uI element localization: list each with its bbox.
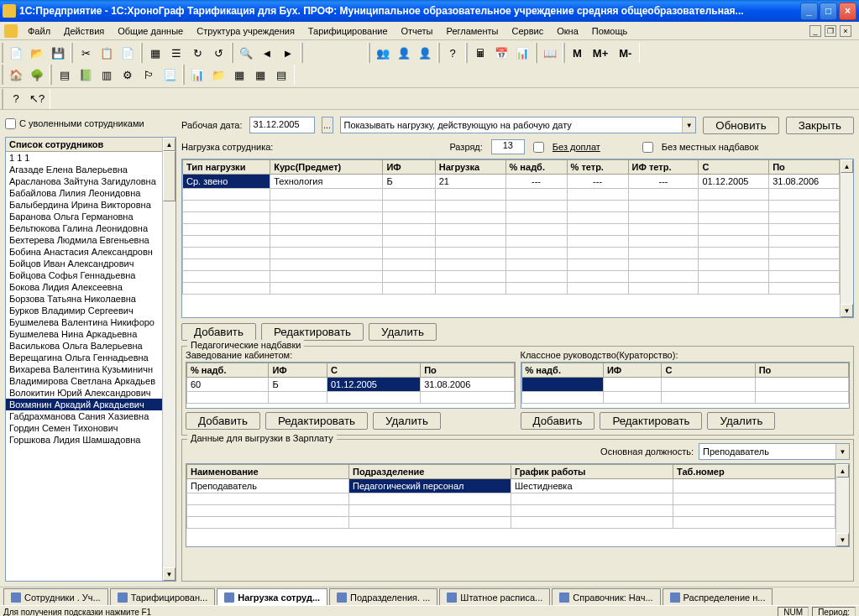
menu-windows[interactable]: Окна [550, 24, 585, 38]
menu-service[interactable]: Сервис [505, 24, 551, 38]
tab-departments[interactable]: Подразделения. ... [329, 588, 437, 605]
ped-edit-button[interactable]: Редактировать [265, 412, 368, 430]
month-m[interactable]: M [568, 44, 586, 62]
find-next-icon[interactable]: ► [279, 44, 297, 62]
mdi-restore[interactable]: ❐ [825, 25, 836, 37]
export-scroll-down[interactable]: ▼ [836, 533, 849, 546]
employee-item[interactable]: Вихарева Валентина Кузьминичн [6, 363, 162, 375]
classroom-grid[interactable]: % надб. ИФ С По [521, 362, 851, 409]
context-help-icon[interactable]: ↖? [28, 90, 46, 108]
book2-icon[interactable]: 📗 [76, 65, 95, 84]
employee-item[interactable]: Владимирова Светлана Аркадьев [6, 375, 162, 387]
maximize-button[interactable]: □ [820, 3, 837, 20]
scroll-up[interactable]: ▲ [163, 138, 175, 151]
form-icon[interactable]: ▤ [55, 65, 74, 84]
workload-grid[interactable]: Тип нагрузки Курс(Предмет) ИФ Нагрузка %… [181, 159, 854, 318]
tab-employees[interactable]: Сотрудники . Уч... [3, 588, 108, 605]
scroll-thumb[interactable] [163, 151, 175, 201]
employee-item[interactable]: Агазаде Елена Валерьевна [6, 164, 162, 175]
chevron-down-icon[interactable]: ▼ [682, 117, 695, 133]
new-icon[interactable]: 📄 [7, 44, 25, 62]
klass-edit-button[interactable]: Редактировать [600, 412, 702, 430]
mainpos-combo[interactable]: Преподаватель ▼ [699, 443, 850, 460]
cut-icon[interactable]: ✂ [76, 44, 95, 62]
tab-distribution[interactable]: Распределение н... [663, 588, 773, 605]
delete-button[interactable]: Удалить [369, 323, 437, 341]
mdi-minimize[interactable]: _ [809, 25, 821, 37]
employee-item[interactable]: Бурков Владимир Сергеевич [6, 305, 162, 316]
tool-icon[interactable]: ☰ [167, 44, 186, 62]
grid-row[interactable]: Ср. звено Технология Б 21 --- --- --- 01… [183, 175, 840, 189]
employee-item[interactable]: Арасланова Зайтуна Загидуловна [6, 175, 162, 187]
tab-staffing[interactable]: Штатное расписа... [439, 588, 550, 605]
workdate-picker[interactable]: ... [322, 117, 333, 133]
menu-reports[interactable]: Отчеты [395, 24, 440, 38]
employee-item[interactable]: Горшкова Лидия Шамшадовна [6, 434, 162, 446]
menu-file[interactable]: Файл [21, 24, 57, 38]
minimize-button[interactable]: _ [800, 3, 818, 20]
tab-workload[interactable]: Нагрузка сотруд... [217, 588, 327, 605]
employee-item[interactable]: Волокитин Юрий Александрович [6, 387, 162, 399]
employee-item[interactable]: Бабайлова Лилия Леонидовна [6, 187, 162, 199]
paste-icon[interactable]: 📄 [118, 44, 137, 62]
calc-icon[interactable]: 🖩 [471, 44, 490, 62]
employee-item[interactable]: Бушмелева Валентина Никифоро [6, 316, 162, 328]
display-mode-combo[interactable]: Показывать нагрузку, действующую на рабо… [340, 117, 697, 133]
grid-row[interactable]: 60 Б 01.12.2005 31.08.2006 [187, 378, 515, 392]
tool-icon[interactable]: ▦ [146, 44, 165, 62]
people-icon[interactable]: 👥 [374, 44, 392, 62]
ped-add-button[interactable]: Добавить [186, 412, 260, 430]
save-icon[interactable]: 💾 [49, 44, 67, 62]
employee-item[interactable]: Габдрахманова Сания Хазиевна [6, 410, 162, 422]
employee-item[interactable]: Бехтерева Людмила Евгеньевна [6, 234, 162, 246]
close-form-button[interactable]: Закрыть [786, 117, 854, 134]
employee-item[interactable]: Гордин Семен Тихонович [6, 422, 162, 434]
employee-item[interactable]: Верещагина Ольга Геннадьевна [6, 352, 162, 363]
open-icon[interactable]: 📂 [28, 44, 46, 62]
tree-icon[interactable]: 🌳 [28, 65, 46, 84]
export-scroll-up[interactable]: ▲ [836, 464, 849, 478]
chart-icon[interactable]: 📊 [513, 44, 532, 62]
close-button[interactable]: × [839, 3, 856, 20]
menu-general[interactable]: Общие данные [111, 24, 190, 38]
employee-item[interactable]: Бойцов Иван Александрович [6, 258, 162, 269]
menu-actions[interactable]: Действия [57, 24, 111, 38]
grid-row[interactable] [521, 378, 849, 392]
refresh-button[interactable]: Обновить [703, 117, 778, 134]
copy-icon[interactable]: 📋 [97, 44, 116, 62]
employee-item[interactable]: 1 1 1 [6, 152, 162, 164]
flag-icon[interactable]: 🏳 [139, 65, 158, 84]
help2-icon[interactable]: ? [7, 90, 25, 108]
table-icon[interactable]: ▦ [251, 65, 270, 84]
menu-structure[interactable]: Структура учреждения [190, 24, 301, 38]
person2-icon[interactable]: 👤 [416, 44, 434, 62]
klass-add-button[interactable]: Добавить [521, 412, 595, 430]
menu-tariff[interactable]: Тарифицирование [301, 24, 395, 38]
dismissed-checkbox[interactable] [5, 118, 16, 129]
employee-item[interactable]: Вохмянин Аркадий Аркадьевич [6, 399, 162, 410]
sheet-icon[interactable]: ▤ [272, 65, 291, 84]
help-icon[interactable]: ? [443, 44, 462, 62]
folder-icon[interactable]: 📁 [209, 65, 228, 84]
grid-row[interactable]: Преподаватель Педагогический персонал Ше… [187, 479, 835, 493]
chart2-icon[interactable]: 📊 [188, 65, 207, 84]
workdate-input[interactable]: 31.12.2005 [249, 117, 315, 133]
month-mminus[interactable]: M- [615, 44, 636, 62]
calendar-icon[interactable]: 📅 [492, 44, 511, 62]
tab-tariff[interactable]: Тарифицирован... [110, 588, 216, 605]
find-icon[interactable]: 🔍 [237, 44, 255, 62]
employee-item[interactable]: Бокова Лидия Алексеевна [6, 281, 162, 293]
scroll-down[interactable]: ▼ [163, 567, 175, 581]
month-mplus[interactable]: M+ [589, 44, 612, 62]
export-grid[interactable]: Наименование Подразделение График работы… [186, 463, 850, 547]
gear-icon[interactable]: ⚙ [118, 65, 137, 84]
employee-item[interactable]: Баранова Ольга Германовна [6, 211, 162, 222]
employee-item[interactable]: Василькова Ольга Валерьевна [6, 340, 162, 352]
find-prev-icon[interactable]: ◄ [258, 44, 276, 62]
employee-item[interactable]: Бойцова Софья Геннадьевна [6, 269, 162, 281]
employee-item[interactable]: Бушмелева Нина Аркадьевна [6, 328, 162, 340]
list-icon[interactable]: ▥ [97, 65, 116, 84]
mdi-close[interactable]: × [840, 25, 851, 37]
edit-button[interactable]: Редактировать [261, 323, 364, 341]
employee-item[interactable]: Балыбердина Ирина Викторовна [6, 199, 162, 211]
